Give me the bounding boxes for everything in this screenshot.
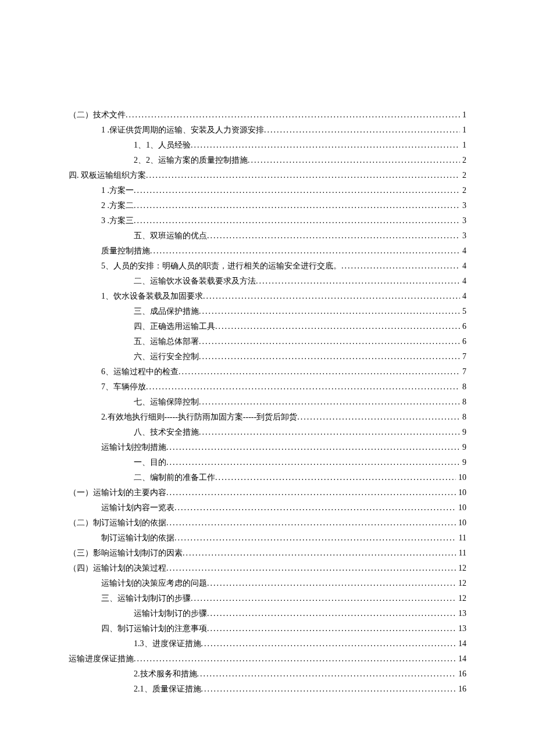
toc-entry-page: 14 bbox=[456, 651, 466, 667]
toc-entry[interactable]: 运输计划制订的步骤13 bbox=[69, 606, 466, 621]
toc-entry[interactable]: 2、2、运输方案的质量控制措施2 bbox=[69, 153, 466, 168]
toc-entry-text: 2.有效地执行细则-----执行防雨加固方案-----到货后卸货 bbox=[101, 410, 297, 425]
toc-entry[interactable]: 5、人员的安排：明确人员的职责，进行相关的运输安全进行交底。4 bbox=[69, 259, 466, 274]
toc-entry-text: 三、成品保护措施 bbox=[134, 304, 199, 319]
toc-entry[interactable]: 四、正确选用运输工具6 bbox=[69, 319, 466, 334]
toc-leader-dots bbox=[201, 682, 456, 697]
toc-entry-page: 13 bbox=[456, 606, 466, 621]
toc-entry-page: 16 bbox=[456, 682, 466, 697]
toc-entry[interactable]: 五、双班运输的优点3 bbox=[69, 228, 466, 243]
toc-entry[interactable]: 三、成品保护措施5 bbox=[69, 304, 466, 319]
toc-entry-text: 二、编制前的准备工作 bbox=[134, 470, 215, 485]
toc-entry[interactable]: 1、饮水设备装载及加固要求4 bbox=[69, 289, 466, 304]
toc-entry[interactable]: 2.有效地执行细则-----执行防雨加固方案-----到货后卸货8 bbox=[69, 410, 466, 425]
toc-entry[interactable]: 3 .方案三3 bbox=[69, 213, 466, 228]
toc-entry-page: 8 bbox=[460, 379, 466, 395]
toc-leader-dots bbox=[134, 183, 460, 198]
toc-leader-dots bbox=[197, 667, 456, 682]
toc-leader-dots bbox=[207, 228, 460, 243]
toc-leader-dots bbox=[166, 455, 460, 470]
toc-entry-page: 3 bbox=[460, 213, 466, 228]
toc-entry-text: 六、运行安全控制 bbox=[134, 349, 199, 364]
toc-entry-text: （二）技术文件 bbox=[69, 108, 126, 123]
toc-entry-page: 16 bbox=[456, 667, 466, 682]
toc-entry-text: 2 .方案二 bbox=[101, 198, 134, 213]
toc-entry[interactable]: 制订运输计划的依据11 bbox=[69, 531, 466, 546]
toc-entry[interactable]: 1.3、进度保证措施14 bbox=[69, 636, 466, 651]
toc-entry[interactable]: 运输计划控制措施9 bbox=[69, 440, 466, 455]
toc-entry[interactable]: 1 .方案一2 bbox=[69, 183, 466, 198]
toc-entry[interactable]: 三、运输计划制订的步骤12 bbox=[69, 591, 466, 606]
toc-entry[interactable]: 四、制订运输计划的注意事项13 bbox=[69, 621, 466, 636]
toc-entry-page: 7 bbox=[460, 349, 466, 364]
toc-entry-text: 四、正确选用运输工具 bbox=[134, 319, 215, 334]
toc-entry-page: 1 bbox=[460, 108, 466, 123]
toc-leader-dots bbox=[256, 274, 460, 289]
toc-leader-dots bbox=[207, 576, 456, 591]
toc-entry[interactable]: （四）运输计划的决策过程12 bbox=[69, 561, 466, 576]
toc-entry[interactable]: 运输进度保证措施14 bbox=[69, 651, 466, 667]
toc-entry[interactable]: （二）技术文件1 bbox=[69, 108, 466, 123]
toc-entry[interactable]: 1 .保证供货周期的运输、安装及人力资源安排1 bbox=[69, 123, 466, 138]
toc-entry[interactable]: 七、运输保障控制8 bbox=[69, 395, 466, 410]
toc-entry-page: 14 bbox=[456, 636, 466, 651]
toc-entry-page: 10 bbox=[456, 515, 466, 531]
toc-entry[interactable]: 运输计划的决策应考虑的问题12 bbox=[69, 576, 466, 591]
toc-leader-dots bbox=[207, 606, 456, 621]
toc-entry-page: 11 bbox=[456, 546, 466, 561]
toc-entry-page: 8 bbox=[460, 410, 466, 425]
toc-leader-dots bbox=[166, 485, 456, 500]
toc-entry-text: 四. 双板运输组织方案 bbox=[69, 168, 146, 183]
toc-leader-dots bbox=[191, 591, 456, 606]
toc-entry-text: 7、车辆停放 bbox=[101, 379, 146, 395]
toc-entry-text: 1、1、人员经验 bbox=[134, 138, 191, 153]
toc-entry[interactable]: 质量控制措施4 bbox=[69, 243, 466, 259]
toc-entry-text: 2、2、运输方案的质量控制措施 bbox=[134, 153, 248, 168]
toc-entry[interactable]: 运输计划内容一览表10 bbox=[69, 500, 466, 515]
toc-entry-page: 12 bbox=[456, 561, 466, 576]
toc-entry-page: 5 bbox=[460, 304, 466, 319]
toc-entry-page: 2 bbox=[460, 153, 466, 168]
toc-entry-text: 四、制订运输计划的注意事项 bbox=[101, 621, 207, 636]
toc-entry-page: 7 bbox=[460, 364, 466, 379]
toc-entry[interactable]: （一）运输计划的主要内容10 bbox=[69, 485, 466, 500]
toc-entry[interactable]: 1、1、人员经验1 bbox=[69, 138, 466, 153]
toc-entry-page: 11 bbox=[456, 531, 466, 546]
toc-leader-dots bbox=[207, 621, 456, 636]
toc-entry-text: 1、饮水设备装载及加固要求 bbox=[101, 289, 203, 304]
toc-entry-text: 1 .方案一 bbox=[101, 183, 134, 198]
toc-entry-text: 三、运输计划制订的步骤 bbox=[101, 591, 191, 606]
toc-entry[interactable]: 四. 双板运输组织方案2 bbox=[69, 168, 466, 183]
toc-entry-text: 五、双班运输的优点 bbox=[134, 228, 207, 243]
toc-entry-page: 6 bbox=[460, 319, 466, 334]
toc-entry[interactable]: 二、编制前的准备工作10 bbox=[69, 470, 466, 485]
toc-leader-dots bbox=[215, 470, 456, 485]
toc-entry[interactable]: 一、目的9 bbox=[69, 455, 466, 470]
toc-entry-text: 质量控制措施 bbox=[101, 243, 150, 259]
toc-entry[interactable]: 6、运输过程中的检查7 bbox=[69, 364, 466, 379]
toc-entry[interactable]: 2.1、质量保证措施16 bbox=[69, 682, 466, 697]
toc-entry-page: 8 bbox=[460, 395, 466, 410]
toc-leader-dots bbox=[199, 395, 460, 410]
toc-entry[interactable]: 7、车辆停放8 bbox=[69, 379, 466, 395]
toc-entry[interactable]: 六、运行安全控制7 bbox=[69, 349, 466, 364]
table-of-contents: （二）技术文件11 .保证供货周期的运输、安装及人力资源安排11、1、人员经验1… bbox=[69, 108, 466, 697]
toc-entry[interactable]: （三）影响运输计划制订的因素11 bbox=[69, 546, 466, 561]
toc-entry-text: 一、目的 bbox=[134, 455, 166, 470]
toc-entry[interactable]: （二）制订运输计划的依据10 bbox=[69, 515, 466, 531]
toc-leader-dots bbox=[248, 153, 460, 168]
toc-entry-page: 2 bbox=[460, 168, 466, 183]
toc-entry[interactable]: 八、技术安全措施9 bbox=[69, 425, 466, 440]
toc-entry-text: 运输计划的决策应考虑的问题 bbox=[101, 576, 207, 591]
toc-entry[interactable]: 五、运输总体部署6 bbox=[69, 334, 466, 349]
toc-entry-text: 1.3、进度保证措施 bbox=[134, 636, 201, 651]
toc-entry-text: （一）运输计划的主要内容 bbox=[69, 485, 166, 500]
toc-leader-dots bbox=[150, 243, 460, 259]
toc-entry-text: 制订运输计划的依据 bbox=[101, 531, 174, 546]
toc-entry-page: 12 bbox=[456, 576, 466, 591]
toc-entry-page: 4 bbox=[460, 243, 466, 259]
toc-entry[interactable]: 2.技术服务和措施16 bbox=[69, 667, 466, 682]
toc-entry[interactable]: 2 .方案二3 bbox=[69, 198, 466, 213]
toc-entry[interactable]: 二、运输饮水设备装载要求及方法4 bbox=[69, 274, 466, 289]
toc-leader-dots bbox=[183, 546, 456, 561]
